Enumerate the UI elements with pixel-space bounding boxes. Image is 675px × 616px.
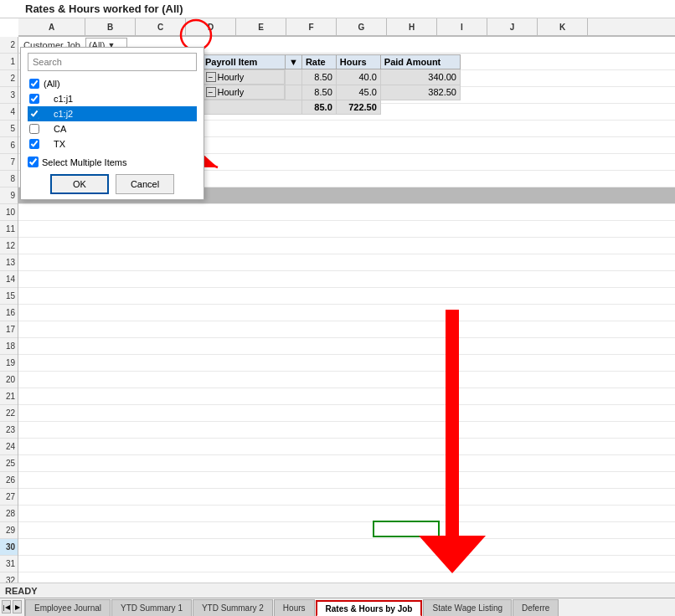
table-row: − Hourly 8.50 45.0 382.50 (202, 85, 461, 100)
row-num-26: 26 (0, 472, 18, 489)
dialog-buttons: OK Cancel (28, 174, 197, 194)
grid-row (18, 238, 675, 254)
expand-icon[interactable]: − (206, 72, 216, 82)
filter-item-1[interactable]: c1:j1 (28, 91, 197, 106)
row-num-3: 3 (0, 87, 18, 104)
filter-checkbox-4[interactable] (29, 139, 39, 149)
ok-button[interactable]: OK (50, 174, 109, 194)
grid-row (18, 405, 675, 422)
tab-hours[interactable]: Hours (274, 599, 315, 616)
filter-item-2[interactable]: c1:j2 (28, 106, 197, 121)
row-num-11: 11 (0, 221, 18, 238)
grid-row (18, 221, 675, 238)
filter-label-1: c1:j1 (44, 94, 73, 104)
row-num-20: 20 (0, 372, 18, 388)
select-multiple-checkbox[interactable] (28, 157, 39, 167)
row-num-12: 12 (0, 238, 18, 254)
col-J: J (487, 18, 538, 35)
filter-item-list: (All)c1:j1c1:j2CATX (28, 76, 197, 151)
item-filter[interactable] (286, 85, 302, 100)
row-num-1: 1 (0, 54, 18, 70)
grid-row (18, 489, 675, 506)
table-row: − Hourly 8.50 40.0 340.00 (202, 69, 461, 85)
col-A: A (18, 18, 85, 35)
col-headers: A B C D E F G H I J K (18, 18, 675, 37)
grid-row (18, 422, 675, 439)
row-num-14: 14 (0, 271, 18, 288)
select-multiple-label: Select Multiple Items (42, 157, 126, 167)
row-num-16: 16 (0, 305, 18, 321)
filter-checkbox-1[interactable] (29, 94, 39, 104)
spreadsheet-title: Rates & Hours worked for (All) (25, 3, 183, 15)
item-name: Hourly (218, 72, 245, 82)
status-text: READY (5, 586, 38, 596)
col-paid-amount: Paid Amount (380, 55, 460, 69)
total-label (202, 100, 302, 115)
row-num-24: 24 (0, 439, 18, 455)
row-numbers-column: 1234567891011121314151617181920212223242… (0, 54, 18, 616)
tab-state-wage-listing[interactable]: State Wage Listing (423, 599, 512, 616)
row-num-23: 23 (0, 422, 18, 439)
filter-item-3[interactable]: CA (28, 121, 197, 136)
row-num-30: 30 (0, 539, 18, 556)
row-num-15: 15 (0, 288, 18, 305)
filter-label-3: CA (44, 124, 66, 134)
row-num-2: 2 (0, 70, 18, 87)
status-bar: READY (0, 583, 675, 598)
tab-ytd-summary-2[interactable]: YTD Summary 2 (193, 599, 273, 616)
grid-row (18, 321, 675, 338)
tab-nav-buttons: |◀ ▶ (0, 598, 25, 616)
filter-checkbox-2[interactable] (29, 109, 39, 119)
row-num-13: 13 (0, 254, 18, 271)
row-num-6: 6 (0, 137, 18, 154)
sheet-tab-bar: |◀ ▶ Employee JournalYTD Summary 1YTD Su… (0, 598, 675, 616)
cancel-button[interactable]: Cancel (116, 174, 174, 194)
filter-label-0: (All) (44, 79, 60, 89)
row-num-31: 31 (0, 556, 18, 572)
grid-row (18, 338, 675, 355)
item-rate: 8.50 (301, 69, 336, 85)
grid-row (18, 388, 675, 405)
tab-employee-journal[interactable]: Employee Journal (25, 599, 111, 616)
col-filter-icon[interactable]: ▼ (286, 55, 302, 69)
row-num-28: 28 (0, 506, 18, 522)
item-amount: 382.50 (380, 85, 460, 100)
row-num-8: 8 (0, 171, 18, 187)
col-payroll-item: Payroll Item (202, 55, 286, 69)
filter-item-4[interactable]: TX (28, 136, 197, 151)
tab-deferre[interactable]: Deferre (513, 599, 559, 616)
tab-rates-&-hours-by-job[interactable]: Rates & Hours by Job (316, 600, 423, 616)
row-num-21: 21 (0, 388, 18, 405)
row-num-17: 17 (0, 321, 18, 338)
grid-row (18, 271, 675, 288)
row-num-9: 9 (0, 187, 18, 204)
tab-nav-right[interactable]: ▶ (13, 600, 22, 613)
filter-item-0[interactable]: (All) (28, 76, 197, 91)
tab-ytd-summary-1[interactable]: YTD Summary 1 (111, 599, 192, 616)
expand-icon[interactable]: − (206, 87, 216, 97)
row-num-25: 25 (0, 455, 18, 472)
row-num-29: 29 (0, 522, 18, 539)
grid-row (18, 254, 675, 271)
grid-row (18, 539, 675, 556)
item-filter[interactable] (286, 69, 302, 85)
filter-checkbox-3[interactable] (29, 124, 39, 134)
data-table-area: Payroll Item ▼ Rate Hours Paid Amount − … (201, 54, 461, 115)
grid-row (18, 439, 675, 455)
filter-label-2: c1:j2 (44, 109, 73, 119)
tab-nav-first[interactable]: |◀ (2, 600, 11, 613)
col-hours: Hours (336, 55, 380, 69)
row-num-4: 4 (0, 104, 18, 121)
row-num-22: 22 (0, 405, 18, 422)
payroll-item-label: − Hourly (202, 85, 286, 100)
search-input[interactable] (28, 53, 197, 71)
row-num-27: 27 (0, 489, 18, 506)
row-num-10: 10 (0, 204, 18, 221)
row-num-19: 19 (0, 355, 18, 372)
filter-checkbox-0[interactable] (29, 79, 39, 89)
filter-dropdown-panel: (All)c1:j1c1:j2CATX Select Multiple Item… (20, 47, 204, 200)
grid-row (18, 506, 675, 522)
grid-row (18, 522, 675, 539)
total-amount: 722.50 (336, 100, 380, 115)
row-num-7: 7 (0, 154, 18, 171)
